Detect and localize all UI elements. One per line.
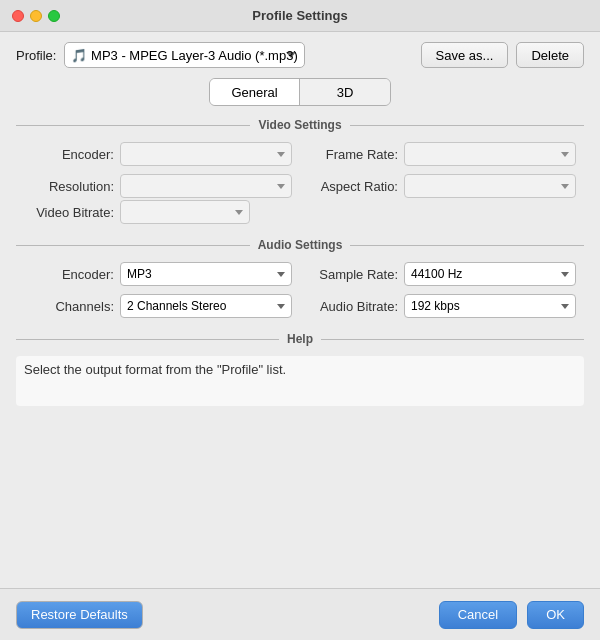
title-bar: Profile Settings [0,0,600,32]
sample-rate-label: Sample Rate: [308,267,398,282]
tab-3d[interactable]: 3D [300,79,390,105]
help-section: Help Select the output format from the "… [16,332,584,406]
aspect-ratio-field-row: Aspect Ratio: [308,174,576,198]
window-title: Profile Settings [252,8,347,23]
audio-encoder-label: Encoder: [24,267,114,282]
help-text: Select the output format from the "Profi… [16,356,584,406]
video-bitrate-label: Video Bitrate: [24,205,114,220]
video-settings-section: Video Settings Encoder: Frame Rate: Reso… [16,118,584,224]
encoder-select[interactable] [120,142,292,166]
resolution-select[interactable] [120,174,292,198]
profile-row: Profile: 🎵 MP3 - MPEG Layer-3 Audio (*.m… [16,42,584,68]
cancel-button[interactable]: Cancel [439,601,517,629]
video-settings-title: Video Settings [258,118,341,132]
close-button[interactable] [12,10,24,22]
audio-settings-header: Audio Settings [16,238,584,252]
maximize-button[interactable] [48,10,60,22]
profile-label: Profile: [16,48,56,63]
resolution-field-row: Resolution: [24,174,292,198]
channels-field-row: Channels: 2 Channels Stereo [24,294,292,318]
restore-defaults-button[interactable]: Restore Defaults [16,601,143,629]
tabs-row: General 3D [16,78,584,106]
audio-bitrate-label: Audio Bitrate: [308,299,398,314]
video-bitrate-select[interactable] [120,200,250,224]
help-line-right [321,339,584,340]
minimize-button[interactable] [30,10,42,22]
help-line-left [16,339,279,340]
bottom-bar: Restore Defaults Cancel OK [0,588,600,640]
audio-bitrate-field-row: Audio Bitrate: 192 kbps [308,294,576,318]
audio-encoder-field-row: Encoder: MP3 [24,262,292,286]
section-line-right [350,125,584,126]
aspect-ratio-select[interactable] [404,174,576,198]
aspect-ratio-label: Aspect Ratio: [308,179,398,194]
audio-fields-grid: Encoder: MP3 Sample Rate: 44100 Hz Chann… [16,262,584,318]
audio-encoder-select[interactable]: MP3 [120,262,292,286]
resolution-label: Resolution: [24,179,114,194]
sample-rate-select[interactable]: 44100 Hz [404,262,576,286]
video-settings-header: Video Settings [16,118,584,132]
sample-rate-field-row: Sample Rate: 44100 Hz [308,262,576,286]
frame-rate-label: Frame Rate: [308,147,398,162]
save-as-button[interactable]: Save as... [421,42,509,68]
profile-select-wrapper: 🎵 MP3 - MPEG Layer-3 Audio (*.mp3) [64,42,412,68]
help-title: Help [287,332,313,346]
audio-settings-title: Audio Settings [258,238,343,252]
profile-select[interactable]: 🎵 MP3 - MPEG Layer-3 Audio (*.mp3) [64,42,305,68]
tab-general[interactable]: General [210,79,300,105]
encoder-field-row: Encoder: [24,142,292,166]
tab-group: General 3D [209,78,391,106]
ok-button[interactable]: OK [527,601,584,629]
audio-section-line-left [16,245,250,246]
traffic-lights [12,10,60,22]
video-bitrate-row: Video Bitrate: [16,200,584,224]
section-line-left [16,125,250,126]
bottom-bar-left: Restore Defaults [16,601,439,629]
bottom-bar-right: Cancel OK [439,601,584,629]
video-fields-grid: Encoder: Frame Rate: Resolution: [16,142,584,198]
help-header: Help [16,332,584,346]
audio-section-line-right [350,245,584,246]
channels-select[interactable]: 2 Channels Stereo [120,294,292,318]
frame-rate-field-row: Frame Rate: [308,142,576,166]
channels-label: Channels: [24,299,114,314]
main-content: Profile: 🎵 MP3 - MPEG Layer-3 Audio (*.m… [0,32,600,426]
audio-settings-section: Audio Settings Encoder: MP3 Sample Rate:… [16,238,584,318]
frame-rate-select[interactable] [404,142,576,166]
audio-bitrate-select[interactable]: 192 kbps [404,294,576,318]
delete-button[interactable]: Delete [516,42,584,68]
encoder-label: Encoder: [24,147,114,162]
